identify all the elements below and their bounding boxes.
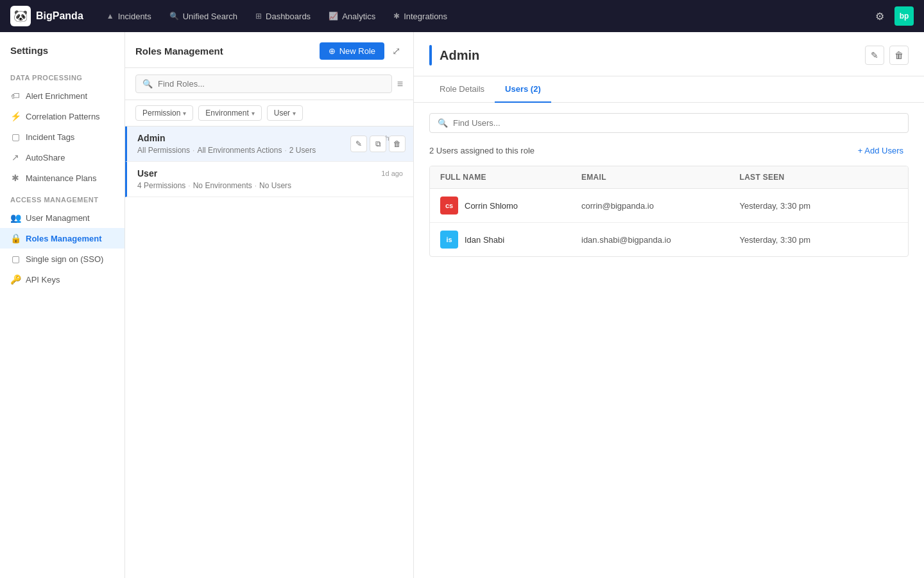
- nav-item-integrations[interactable]: ✱ Integrations: [386, 8, 455, 25]
- users-table: Full Name Email Last seen cs Corrin Shlo…: [429, 166, 909, 257]
- user-name-cell-idan: is Idan Shabi: [440, 231, 581, 249]
- table-row: cs Corrin Shlomo corrin@bigpanda.io Yest…: [430, 189, 908, 223]
- logo-icon: 🐼: [10, 6, 31, 26]
- sidebar-title: Settings: [0, 45, 124, 66]
- wrench-icon: ✱: [10, 173, 21, 183]
- detail-tabs: Role Details Users (2): [414, 76, 924, 103]
- filter-environment-button[interactable]: Environment ▾: [198, 105, 261, 121]
- chevron-down-icon: ▾: [293, 110, 296, 117]
- topnav-right: ⚙ bp: [873, 6, 914, 26]
- incidents-icon: ▲: [107, 12, 114, 21]
- sidebar-item-user-management[interactable]: 👥 User Managment: [0, 207, 124, 228]
- nav-item-dashboards[interactable]: ⊞ Dashboards: [248, 8, 318, 25]
- users-meta-row: 2 Users assigned to this role + Add User…: [429, 143, 909, 158]
- user-email-idan: idan.shabi@bigpanda.io: [581, 235, 740, 245]
- user-avatar[interactable]: bp: [894, 6, 914, 26]
- search-icon: 🔍: [169, 12, 179, 21]
- sidebar-item-api-keys[interactable]: 🔑 API Keys: [0, 269, 124, 290]
- users-search-icon: 🔍: [438, 118, 448, 128]
- col-email: Email: [581, 173, 740, 182]
- tab-users[interactable]: Users (2): [495, 76, 551, 103]
- sidebar-item-roles-management[interactable]: 🔒 Roles Management: [0, 228, 124, 249]
- roles-search-icon: 🔍: [142, 79, 153, 89]
- chevron-down-icon: ▾: [252, 110, 255, 117]
- nav-item-unified-search[interactable]: 🔍 Unified Search: [162, 8, 245, 25]
- key-icon: 🔑: [10, 274, 21, 285]
- sidebar-item-maintenance-plans[interactable]: ✱ Maintenance Plans: [0, 168, 124, 188]
- tab-role-details[interactable]: Role Details: [429, 76, 495, 103]
- detail-panel: Admin ✎ 🗑 Role Details Users (2) 🔍: [414, 32, 924, 578]
- users-table-header: Full Name Email Last seen: [430, 166, 908, 189]
- settings-icon[interactable]: ⚙: [873, 8, 887, 25]
- new-role-button[interactable]: ⊕ New Role: [320, 42, 384, 60]
- user-fullname-corrin: Corrin Shlomo: [465, 201, 518, 211]
- delete-detail-button[interactable]: 🗑: [889, 46, 909, 65]
- users-icon: 👥: [10, 213, 21, 223]
- main-layout: Settings Data Processing 🏷 Alert Enrichm…: [0, 0, 924, 578]
- table-row: is Idan Shabi idan.shabi@bigpanda.io Yes…: [430, 223, 908, 256]
- role-item-user[interactable]: User 1d ago 4 Permissions · No Environme…: [125, 162, 413, 197]
- user-name-cell-corrin: cs Corrin Shlomo: [440, 197, 581, 215]
- sidebar-item-alert-enrichment[interactable]: 🏷 Alert Enrichment: [0, 85, 124, 106]
- nav-item-analytics[interactable]: 📈 Analytics: [321, 8, 383, 25]
- sidebar: Settings Data Processing 🏷 Alert Enrichm…: [0, 32, 125, 578]
- roles-panel-header: Roles Management ⊕ New Role ⤢: [125, 32, 413, 68]
- expand-icon[interactable]: ⤢: [389, 42, 403, 60]
- chevron-down-icon: ▾: [183, 110, 186, 117]
- filter-list-icon[interactable]: ≡: [397, 78, 403, 90]
- user-lastseen-idan: Yesterday, 3:30 pm: [740, 235, 898, 245]
- role-item-actions-admin: ✎ ⧉ 🗑: [350, 136, 406, 152]
- integrations-icon: ✱: [393, 12, 400, 21]
- avatar-idan: is: [440, 231, 458, 249]
- sidebar-item-sso[interactable]: ▢ Single sign on (SSO): [0, 249, 124, 269]
- bolt-icon: ⚡: [10, 111, 21, 121]
- filter-user-button[interactable]: User ▾: [267, 105, 303, 121]
- topnav: 🐼 BigPanda ▲ Incidents 🔍 Unified Search …: [0, 0, 924, 32]
- sidebar-item-autoshare[interactable]: ↗ AutoShare: [0, 147, 124, 168]
- avatar-corrin: cs: [440, 197, 458, 215]
- col-last-seen: Last seen: [740, 173, 898, 182]
- logo-text: BigPanda: [36, 10, 83, 22]
- add-users-button[interactable]: + Add Users: [853, 143, 909, 158]
- users-count-label: 2 Users assigned to this role: [429, 146, 535, 155]
- filter-row: Permission ▾ Environment ▾ User ▾: [125, 100, 413, 127]
- user-lastseen-corrin: Yesterday, 3:30 pm: [740, 201, 898, 211]
- role-item-user-header: User 1d ago: [137, 168, 403, 179]
- section-data-processing: Data Processing: [0, 66, 124, 85]
- filter-permission-button[interactable]: Permission ▾: [135, 105, 193, 121]
- roles-search-input-wrap: 🔍: [135, 74, 392, 93]
- detail-header-actions: ✎ 🗑: [865, 46, 909, 65]
- lock-icon: 🔒: [10, 233, 21, 243]
- detail-header: Admin ✎ 🗑: [414, 32, 924, 76]
- sso-icon: ▢: [10, 254, 21, 264]
- tag-icon: 🏷: [10, 91, 21, 101]
- users-section: 🔍 2 Users assigned to this role + Add Us…: [414, 103, 924, 267]
- detail-title-row: Admin: [429, 45, 479, 66]
- nav-item-incidents[interactable]: ▲ Incidents: [99, 8, 159, 25]
- edit-detail-button[interactable]: ✎: [865, 46, 884, 65]
- edit-role-button[interactable]: ✎: [350, 136, 367, 152]
- logo[interactable]: 🐼 BigPanda: [10, 6, 83, 26]
- sidebar-item-correlation-patterns[interactable]: ⚡ Correlation Patterns: [0, 106, 124, 127]
- role-item-admin[interactable]: Admin 1h ago All Permissions · All Envir…: [125, 127, 413, 162]
- user-fullname-idan: Idan Shabi: [465, 235, 504, 245]
- users-search-row: 🔍: [429, 113, 909, 133]
- sidebar-item-incident-tags[interactable]: ▢ Incident Tags: [0, 127, 124, 147]
- detail-title: Admin: [440, 48, 479, 63]
- share-icon: ↗: [10, 152, 21, 162]
- roles-search-input[interactable]: [158, 79, 385, 89]
- roles-panel-actions: ⊕ New Role ⤢: [320, 42, 403, 60]
- users-search-input[interactable]: [453, 118, 900, 128]
- plus-icon: ⊕: [329, 46, 336, 56]
- role-meta-user: 4 Permissions · No Environments · No Use…: [137, 181, 403, 190]
- analytics-icon: 📈: [329, 12, 338, 21]
- copy-role-button[interactable]: ⧉: [370, 136, 386, 152]
- roles-list: Admin 1h ago All Permissions · All Envir…: [125, 127, 413, 578]
- topnav-items: ▲ Incidents 🔍 Unified Search ⊞ Dashboard…: [99, 8, 857, 25]
- roles-search-bar: 🔍 ≡: [125, 68, 413, 100]
- roles-panel: Roles Management ⊕ New Role ⤢ 🔍 ≡: [125, 32, 414, 578]
- section-access-management: Access Management: [0, 188, 124, 207]
- col-full-name: Full Name: [440, 173, 581, 182]
- delete-role-button[interactable]: 🗑: [389, 136, 406, 152]
- content-area: Roles Management ⊕ New Role ⤢ 🔍 ≡: [125, 32, 924, 578]
